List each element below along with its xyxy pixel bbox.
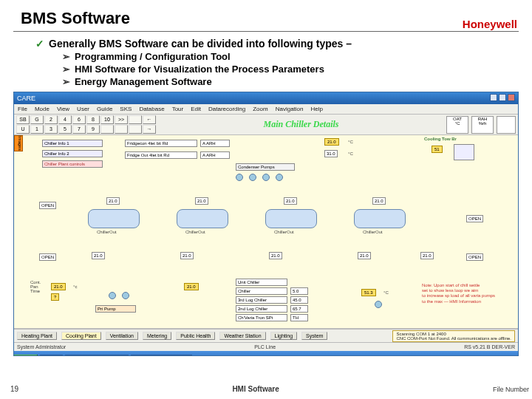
temp-value: 21.0: [358, 252, 371, 259]
bottom-tab[interactable]: Cooling Plant: [61, 332, 101, 340]
mid-val: 45.0: [290, 296, 308, 304]
bottom-tab[interactable]: Metering: [143, 332, 171, 340]
pump-icon: [109, 292, 116, 299]
chiller-info-1-button[interactable]: Chiller Info 1: [42, 140, 103, 147]
nav-cell[interactable]: 2: [44, 115, 58, 124]
ctrl-unit: °c: [73, 284, 77, 289]
pump-icon: [262, 174, 270, 181]
arrow-icon: ➢: [62, 64, 70, 75]
nav-cell[interactable]: ←: [143, 115, 156, 124]
chiller-plant-controls-button[interactable]: Chiller Plant controls: [42, 160, 103, 168]
nav-grid[interactable]: SBG246810>>← U13579→: [16, 115, 156, 134]
file-number-label: File Number: [493, 386, 532, 393]
bottom-tab[interactable]: Heating Plant: [17, 332, 57, 340]
pump-icon: [249, 174, 256, 181]
temp-value: 21.0: [180, 252, 194, 259]
nav-cell[interactable]: 1: [30, 125, 44, 134]
bullet-main-text: Generally BMS Software can be divided in…: [49, 38, 352, 50]
bottom-tab[interactable]: Lighting: [270, 332, 298, 340]
system-tray[interactable]: 1:53 PM: [490, 355, 518, 357]
menu-item[interactable]: SKS: [120, 106, 132, 112]
mid-row: 3rd Log Chiller: [236, 296, 287, 304]
bottom-tab[interactable]: Weather Station: [219, 332, 265, 340]
bottom-tab[interactable]: System: [301, 332, 327, 340]
oat-unit: °C: [348, 140, 353, 144]
nav-cell[interactable]: [100, 125, 114, 134]
chiller-info-2-button[interactable]: Chiller Info 2: [42, 150, 103, 157]
menu-item[interactable]: Database: [139, 106, 164, 112]
taskbar-item[interactable]: Training_Module Of S...: [65, 355, 129, 357]
mid-header: Unit Chiller: [236, 279, 287, 286]
nav-cell[interactable]: →: [143, 125, 156, 134]
menu-item[interactable]: File: [18, 106, 27, 112]
rah-unit: °C: [348, 151, 353, 156]
temp-value: 21.0: [195, 197, 208, 205]
cooling-tower-label: Cooling Tow Br: [424, 137, 457, 141]
slide-caption: HMI Software: [18, 385, 493, 393]
gauge-oat: OAT°C: [446, 116, 468, 134]
arrow-icon: ➢: [62, 76, 70, 87]
temp-value: 21.0: [372, 197, 386, 205]
taskbar-item[interactable]: SETH: [40, 355, 63, 357]
temp-value: 21.0: [420, 252, 434, 259]
menubar[interactable]: File Mode View User Guide SKS Database T…: [14, 104, 518, 115]
menu-item[interactable]: Mode: [35, 106, 50, 112]
nav-cell[interactable]: G: [30, 115, 44, 124]
nav-cell[interactable]: [129, 125, 142, 134]
open-label: OPEN: [39, 202, 56, 209]
nav-cell[interactable]: 5: [58, 125, 72, 134]
menu-item[interactable]: User: [77, 106, 89, 112]
tank-label: ChillerOut: [97, 230, 117, 234]
nav-cell[interactable]: U: [16, 125, 30, 134]
nav-cell[interactable]: [115, 125, 128, 134]
nav-cell[interactable]: >>: [115, 115, 128, 124]
control-panel-label: Cont. Pan Time: [30, 280, 41, 293]
bullet-sub-text: Programming / Configuration Tool: [75, 51, 231, 62]
check-icon: ✓: [35, 38, 44, 50]
hmi-app-window: CARE File Mode View User Guide SKS Datab…: [13, 92, 519, 356]
tank-label: ChillerOut: [185, 230, 205, 234]
nav-cell[interactable]: 10: [100, 115, 114, 124]
status-left: System Administrator: [17, 344, 66, 349]
menu-item[interactable]: Edit: [191, 106, 201, 112]
nav-cell[interactable]: 3: [44, 125, 58, 134]
temp-value: 21.0: [269, 252, 282, 259]
tank-label: ChillerOut: [363, 230, 383, 234]
bullet-sub: ➢Programming / Configuration Tool: [35, 51, 532, 62]
hmi-note: Note: Upon start of chill settle set to …: [422, 283, 507, 304]
menu-item[interactable]: View: [57, 106, 69, 112]
nav-cell[interactable]: 8: [86, 115, 100, 124]
mid-val: 5.0: [290, 287, 308, 295]
aux-icon[interactable]: [497, 116, 516, 134]
mid-val: 65.7: [290, 305, 308, 313]
nav-cell[interactable]: [129, 115, 142, 124]
bullet-main: ✓Generally BMS Software can be divided i…: [35, 38, 532, 50]
fridge-row: Fridge Out 4let bit Rd: [125, 151, 197, 159]
window-buttons[interactable]: [488, 94, 515, 103]
chiller-tank: [354, 209, 406, 228]
pri-pump-button[interactable]: Pri Pump: [95, 305, 136, 313]
menu-item[interactable]: Datarecording: [208, 106, 245, 112]
bottom-tab[interactable]: Public Health: [176, 332, 215, 340]
bottom-tab[interactable]: Ventilation: [106, 332, 138, 340]
images-side-tab[interactable]: Images: [14, 135, 23, 151]
dashboard-heading: Main Chiller Details: [159, 119, 443, 130]
bullet-sub: ➢Energy Management Software: [35, 76, 532, 87]
menu-item[interactable]: Help: [311, 106, 323, 112]
arrow-icon: ➢: [62, 51, 70, 62]
window-title: CARE: [17, 95, 35, 102]
nav-cell[interactable]: 7: [72, 125, 86, 134]
menu-item[interactable]: Navigation: [276, 106, 304, 112]
nav-cell[interactable]: SB: [16, 115, 30, 124]
start-button[interactable]: start: [14, 355, 38, 357]
menu-item[interactable]: Zoom: [253, 106, 267, 112]
cooling-tower-icon: [454, 144, 474, 160]
window-titlebar: CARE: [14, 92, 518, 104]
menu-item[interactable]: Tour: [172, 106, 184, 112]
taskbar-item[interactable]: EBI WATS 9.0 - Conf...: [131, 355, 192, 357]
nav-cell[interactable]: 9: [86, 125, 100, 134]
nav-cell[interactable]: 4: [58, 115, 72, 124]
nav-cell[interactable]: 6: [72, 115, 86, 124]
menu-item[interactable]: Guide: [97, 106, 112, 112]
windows-taskbar: start SETH Training_Module Of S... EBI W…: [14, 351, 518, 356]
